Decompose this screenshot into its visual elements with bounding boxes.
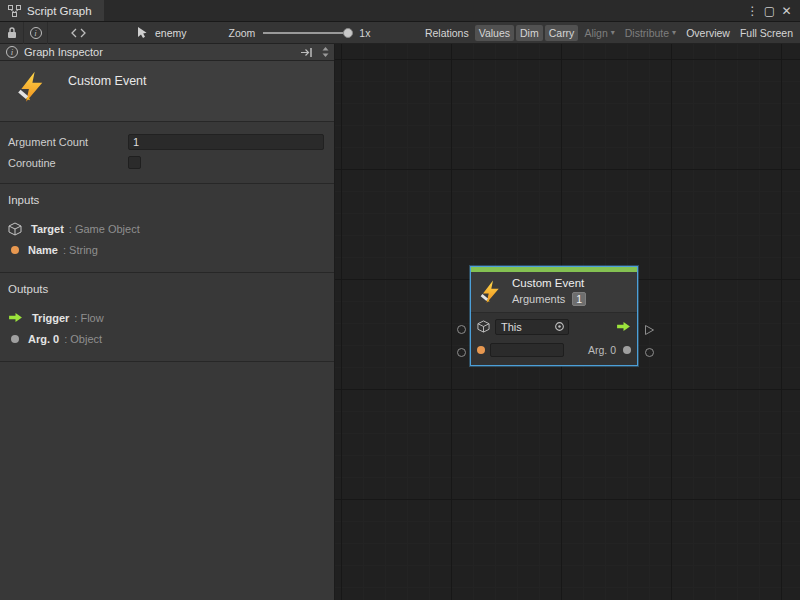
graph-canvas[interactable]: Custom Event Arguments 1 This [335, 44, 800, 600]
zoom-value: 1x [359, 27, 370, 39]
zoom-control: Zoom 1x [229, 27, 371, 39]
node-title: Custom Event [512, 277, 586, 289]
overview-button[interactable]: Overview [682, 25, 734, 41]
outputs-heading: Outputs [8, 283, 324, 295]
outputs-section: Outputs Trigger : Flow Arg. 0 : Object [0, 273, 334, 362]
custom-event-icon [479, 280, 503, 304]
external-value-in-port[interactable] [457, 348, 466, 357]
code-brackets-icon [71, 28, 86, 38]
full-screen-button[interactable]: Full Screen [736, 25, 797, 41]
custom-event-node[interactable]: Custom Event Arguments 1 This [470, 266, 638, 366]
relations-button[interactable]: Relations [421, 25, 473, 41]
string-port-icon[interactable] [477, 346, 485, 354]
distribute-dropdown[interactable]: Distribute ▾ [621, 25, 680, 41]
arguments-label: Arguments [512, 293, 565, 305]
flow-arrow-icon [8, 312, 23, 323]
node-header[interactable]: Custom Event Arguments 1 [471, 272, 637, 312]
inputs-section: Inputs Target : Game Object Name : Strin… [0, 184, 334, 273]
zoom-slider[interactable] [263, 28, 351, 38]
zoom-label: Zoom [229, 27, 256, 39]
target-dropdown[interactable]: This [495, 319, 569, 335]
unit-title: Custom Event [68, 74, 147, 88]
inspector-header: i Graph Inspector [0, 44, 334, 61]
node-header-text: Custom Event Arguments 1 [512, 277, 586, 306]
lock-icon [6, 26, 18, 39]
info-icon: i [30, 27, 42, 39]
toolbar-right-group: Relations Values Dim Carry Align ▾ Distr… [421, 25, 800, 41]
title-bar: Script Graph ⋮ ▢ ✕ [0, 0, 800, 22]
maximize-icon[interactable]: ▢ [761, 1, 778, 21]
inspector-title: Graph Inspector [24, 46, 103, 58]
edit-script-button[interactable] [66, 22, 90, 44]
string-port-icon [11, 246, 19, 254]
arguments-count-field[interactable]: 1 [572, 292, 586, 306]
scrub-arrows-icon[interactable] [321, 46, 330, 58]
external-flow-out-port[interactable] [644, 324, 655, 336]
chevron-down-icon: ▾ [611, 29, 615, 37]
name-value-input[interactable] [490, 343, 564, 357]
unit-header: Custom Event [0, 61, 334, 122]
external-value-out-port[interactable] [645, 348, 654, 357]
object-port-icon [11, 335, 19, 343]
port-row-trigger: Trigger : Flow [8, 307, 324, 328]
main-area: i Graph Inspector [0, 44, 800, 600]
lock-button[interactable] [0, 22, 24, 44]
arg0-label: Arg. 0 [588, 344, 616, 356]
argument-count-input[interactable] [128, 134, 324, 150]
cursor-icon [136, 26, 149, 39]
flow-arrow-icon[interactable] [616, 321, 631, 332]
coroutine-row: Coroutine [8, 152, 324, 173]
unit-fields: Argument Count Coroutine [0, 122, 334, 184]
dock-panel-icon[interactable] [300, 47, 313, 58]
graph-inspector-panel: i Graph Inspector [0, 44, 335, 600]
align-dropdown[interactable]: Align ▾ [580, 25, 618, 41]
cube-icon [477, 320, 490, 333]
custom-event-icon [16, 71, 48, 103]
inspector-empty-area [0, 362, 334, 600]
unity-script-graph-window: Script Graph ⋮ ▢ ✕ i [0, 0, 800, 600]
object-port-icon[interactable] [623, 346, 631, 354]
object-picker-icon[interactable] [554, 321, 565, 332]
script-graph-icon [8, 5, 21, 17]
node-arguments-row: Arguments 1 [512, 292, 586, 306]
cube-icon [8, 222, 22, 236]
current-graph-indicator[interactable]: enemy [136, 26, 187, 39]
port-row-target: Target : Game Object [8, 218, 324, 239]
inspect-toggle-button[interactable]: i [24, 22, 48, 44]
zoom-slider-handle[interactable] [343, 28, 353, 38]
close-icon[interactable]: ✕ [778, 1, 795, 21]
info-icon: i [6, 46, 18, 58]
argument-count-row: Argument Count [8, 131, 324, 152]
graph-toolbar: i enemy Zoom 1x Relations [0, 22, 800, 44]
graph-name: enemy [155, 27, 187, 39]
coroutine-checkbox[interactable] [128, 156, 141, 169]
argument-count-label: Argument Count [8, 136, 128, 148]
window-controls: ⋮ ▢ ✕ [744, 0, 800, 21]
target-dropdown-value: This [501, 321, 522, 333]
tab-label: Script Graph [27, 5, 92, 17]
node-body: This [471, 312, 637, 365]
node-value-row: Arg. 0 [477, 341, 631, 358]
inputs-heading: Inputs [8, 194, 324, 206]
node-flow-row: This [477, 318, 631, 335]
values-button[interactable]: Values [475, 25, 514, 41]
coroutine-label: Coroutine [8, 157, 128, 169]
external-flow-in-port[interactable] [457, 325, 466, 334]
titlebar-spacer [104, 0, 744, 21]
dim-button[interactable]: Dim [516, 25, 543, 41]
carry-button[interactable]: Carry [545, 25, 579, 41]
port-row-arg0: Arg. 0 : Object [8, 328, 324, 349]
tab-script-graph[interactable]: Script Graph [0, 0, 104, 21]
chevron-down-icon: ▾ [672, 29, 676, 37]
zoom-slider-track [263, 32, 351, 34]
menu-icon[interactable]: ⋮ [744, 1, 761, 21]
port-row-name: Name : String [8, 239, 324, 260]
